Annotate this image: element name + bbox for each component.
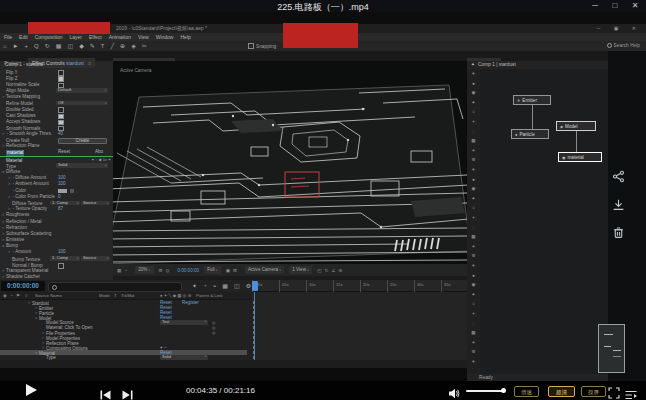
search-help[interactable]: Search Help — [607, 43, 640, 48]
node-type-icon[interactable]: ⚙ — [467, 349, 480, 354]
delete-button[interactable] — [610, 224, 626, 240]
grid-icon[interactable]: ⊞ — [159, 268, 163, 273]
shape-tool-icon[interactable]: ◆ — [79, 42, 84, 50]
composition-mini-flowchart-icon[interactable]: ✦ — [192, 282, 197, 290]
dropdown-layer[interactable]: 1. Comp∨ — [50, 256, 80, 261]
node-type-icon[interactable]: ▦ — [467, 234, 480, 239]
zoom-tool-icon[interactable]: Q — [34, 42, 39, 50]
menu-composition[interactable]: Composition — [35, 34, 63, 40]
volume-handle[interactable] — [501, 388, 506, 393]
dropdown-source[interactable]: Source∨ — [81, 256, 110, 261]
node-type-icon[interactable]: ✳ — [467, 359, 480, 364]
menu-file[interactable]: File — [4, 34, 12, 40]
node-type-icon[interactable]: + — [467, 215, 480, 220]
playlist-button[interactable] — [625, 386, 637, 400]
dropdown-source[interactable]: Source∨ — [81, 201, 110, 206]
clone-stamp-tool-icon[interactable]: ⊕ — [120, 42, 125, 50]
maximize-button[interactable]: □ — [608, 1, 622, 10]
dropdown-align-mode[interactable]: Default∨ — [56, 88, 108, 93]
node-type-icon[interactable]: ✦ — [467, 196, 480, 201]
volume-button[interactable] — [448, 385, 460, 400]
viewer-timecode[interactable]: 0:00:00:00 — [177, 268, 199, 273]
node-type-icon[interactable]: ◌ — [467, 129, 480, 134]
node-emitter[interactable]: ✳Emitter — [513, 95, 551, 105]
menu-window[interactable]: Window — [156, 34, 174, 40]
node-material[interactable]: ◉material — [558, 152, 602, 162]
node-type-icon[interactable]: ✳ — [467, 263, 480, 268]
guides-icon[interactable]: ⊞ — [233, 268, 237, 273]
player-button-item[interactable]: 倍速 — [514, 386, 539, 397]
close-button[interactable]: ✕ — [628, 1, 642, 10]
column-parent-link[interactable]: Parent & Link — [196, 293, 222, 298]
node-type-icon[interactable]: ● — [467, 81, 480, 86]
node-type-icon[interactable]: ▦ — [467, 330, 480, 335]
dropdown-refine-model[interactable]: Off∨ — [56, 101, 108, 106]
snapshot-icon[interactable]: ◎ — [165, 268, 169, 273]
node-type-icon[interactable]: ○ — [467, 109, 480, 114]
frame-blending-icon[interactable]: ⌁ — [213, 282, 217, 290]
player-button-item[interactable]: 超清 — [548, 386, 575, 397]
effect-row-material[interactable]: materialResetAbo — [0, 149, 113, 156]
snapping-toggle[interactable]: Snapping — [248, 43, 276, 49]
player-button-item[interactable]: 投屏 — [581, 386, 606, 397]
eraser-tool-icon[interactable]: ◈ — [131, 42, 136, 50]
dropdown-type[interactable]: Solid∨ — [160, 355, 208, 359]
panel-menu-icon[interactable]: ≡ — [88, 60, 91, 66]
menu-help[interactable]: Help — [180, 34, 190, 40]
playhead-line[interactable] — [254, 292, 255, 360]
node-type-icon[interactable]: ✦ — [467, 100, 480, 105]
color-swatch[interactable] — [58, 189, 67, 193]
hand-tool-icon[interactable]: + — [25, 42, 29, 50]
volume-slider[interactable] — [466, 390, 504, 392]
minimize-button[interactable]: ─ — [588, 1, 602, 10]
timeline-timecode[interactable]: 0:00:00:00 — [1, 281, 45, 291]
home-icon[interactable]: ⌂ — [3, 42, 7, 50]
previous-button[interactable] — [100, 386, 111, 400]
node-type-icon[interactable]: ○ — [467, 205, 480, 210]
node-type-icon[interactable]: ○ — [467, 301, 480, 306]
node-type-icon[interactable]: ◉ — [467, 186, 480, 191]
menu-animation[interactable]: Animation — [109, 34, 131, 40]
node-type-icon[interactable]: ● — [467, 177, 480, 182]
selection-tool-icon[interactable]: ► — [13, 42, 19, 50]
about-link[interactable]: Abo — [95, 149, 103, 155]
play-button[interactable] — [26, 384, 37, 396]
angle-icon[interactable]: ∠ — [331, 268, 335, 273]
share-button[interactable] — [610, 168, 626, 184]
reset-link[interactable]: Reset — [58, 149, 70, 155]
menu-layer[interactable]: Layer — [69, 34, 82, 40]
node-type-icon[interactable]: + — [467, 311, 480, 316]
timeline-ruler[interactable]: :00s05s10s15s20s25s30s35s — [252, 280, 467, 292]
mask-visibility-icon[interactable]: ◔ — [124, 268, 127, 273]
video-area[interactable]: 2019 - \c0Standard\Project\视频\aa.aep * ─… — [0, 12, 646, 381]
dropdown-layer[interactable]: 1. Comp∨ — [50, 201, 80, 206]
timeline-search-input[interactable] — [48, 282, 182, 292]
node-type-icon[interactable]: ▦ — [467, 138, 480, 143]
pan-behind-tool-icon[interactable]: ◫ — [67, 42, 73, 50]
node-type-icon[interactable]: ◌ — [467, 321, 480, 326]
camera-view-dropdown[interactable]: Active Camera∨ — [245, 266, 284, 274]
dropdown-type[interactable]: Solid∨ — [56, 163, 108, 168]
type-tool-icon[interactable]: T — [101, 42, 105, 50]
node-type-icon[interactable]: ◌ — [467, 225, 480, 230]
node-type-icon[interactable]: ☀ — [467, 340, 480, 345]
region-of-interest-icon[interactable]: ▣ — [226, 268, 230, 273]
menu-effect[interactable]: Effect — [89, 34, 102, 40]
node-model[interactable]: ◈Model — [556, 121, 596, 131]
rotate-tool-icon[interactable]: ↻ — [45, 42, 50, 50]
menu-view[interactable]: View — [138, 34, 149, 40]
graph-editor-icon[interactable]: ◫ — [234, 282, 240, 290]
dropdown-model-source[interactable]: Text∨ — [160, 320, 208, 324]
node-particle[interactable]: ●Particle — [511, 129, 549, 139]
download-button[interactable] — [610, 196, 626, 212]
fullscreen-button[interactable] — [608, 385, 620, 400]
brush-tool-icon[interactable]: ╱ — [110, 42, 114, 50]
node-type-icon[interactable]: ✳ — [467, 71, 480, 76]
stardust-node-canvas[interactable] — [480, 69, 608, 374]
node-type-icon[interactable]: ◉ — [467, 282, 480, 287]
view-layout-dropdown[interactable]: 1 View∨ — [289, 266, 312, 274]
resolution-dropdown[interactable]: Full∨ — [204, 266, 221, 274]
node-type-icon[interactable]: ☀ — [467, 148, 480, 153]
channels-icon[interactable]: ⊕ — [339, 268, 343, 273]
node-type-icon[interactable]: + — [467, 119, 480, 124]
